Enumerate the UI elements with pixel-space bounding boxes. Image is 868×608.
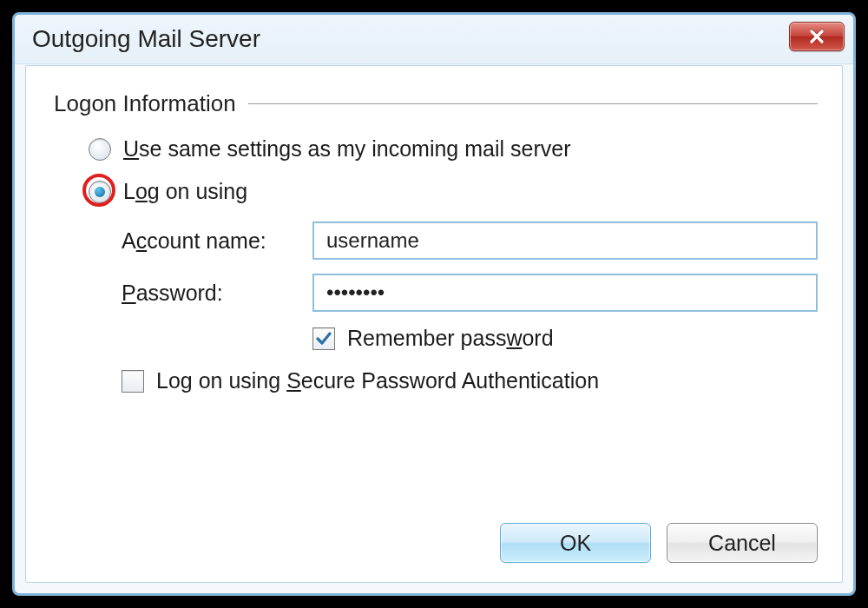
dialog-panel: Logon Information Use same settings as m… (25, 65, 843, 583)
ok-button-label: OK (560, 531, 591, 556)
check-icon (315, 330, 332, 347)
close-button[interactable] (789, 22, 845, 51)
group-divider (248, 103, 818, 104)
password-input[interactable] (312, 274, 818, 312)
cancel-button[interactable]: Cancel (667, 523, 818, 563)
remember-password-checkbox[interactable] (312, 327, 335, 350)
dialog-footer: OK Cancel (500, 523, 818, 563)
account-name-label: Account name: (122, 228, 312, 254)
radio-row-log-on-using[interactable]: Log on using (89, 179, 818, 204)
radio-log-on-using[interactable] (89, 181, 111, 203)
remember-password-row[interactable]: Remember password (312, 326, 818, 351)
spa-row[interactable]: Log on using Secure Password Authenticat… (122, 368, 818, 393)
ok-button[interactable]: OK (500, 523, 651, 563)
outgoing-mail-server-dialog: Outgoing Mail Server Logon Information U… (12, 12, 856, 596)
titlebar: Outgoing Mail Server (15, 15, 853, 64)
field-row-password: Password: (122, 274, 818, 312)
spa-label: Log on using Secure Password Authenticat… (156, 368, 599, 393)
account-name-input[interactable] (312, 221, 818, 260)
dialog-title: Outgoing Mail Server (32, 25, 260, 53)
close-icon (808, 28, 825, 45)
group-header: Logon Information (54, 90, 818, 117)
group-legend: Logon Information (54, 90, 236, 117)
radio-same-settings-label: Use same settings as my incoming mail se… (123, 136, 570, 162)
spa-checkbox[interactable] (122, 370, 144, 393)
radio-same-settings[interactable] (89, 138, 111, 161)
password-label: Password: (122, 281, 312, 306)
radio-row-same-settings[interactable]: Use same settings as my incoming mail se… (89, 136, 818, 162)
cancel-button-label: Cancel (708, 531, 776, 556)
field-row-account-name: Account name: (122, 221, 818, 260)
remember-password-label: Remember password (347, 326, 554, 351)
radio-log-on-using-label: Log on using (123, 179, 247, 204)
